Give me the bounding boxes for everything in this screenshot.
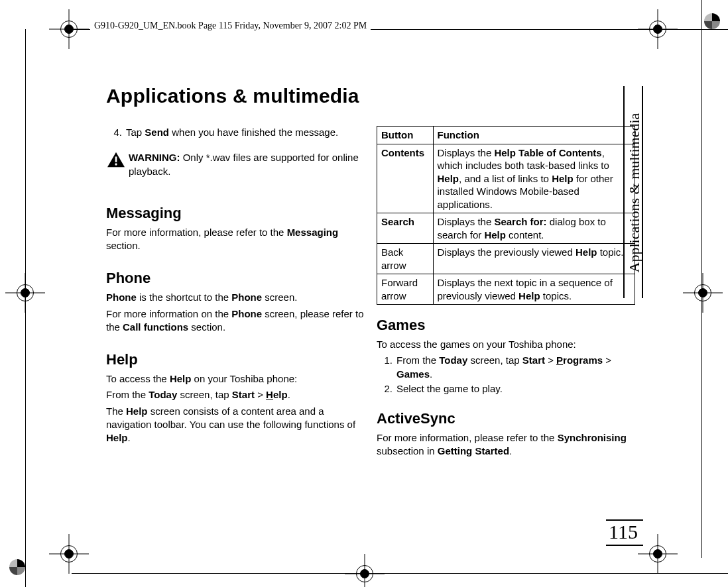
color-registration-icon <box>703 12 721 30</box>
step-number: 1. <box>377 354 396 381</box>
warning-block: WARNING: Only *.wav files are supported … <box>106 151 365 178</box>
games-intro: To access the games on your Toshiba phon… <box>377 338 635 351</box>
crop-line-bottom <box>72 573 728 574</box>
book-header-label: G910-G920_UM_EN.book Page 115 Friday, No… <box>90 21 371 31</box>
table-row: Back arrow Displays the previously viewe… <box>377 244 635 274</box>
table-header-function: Function <box>433 127 635 144</box>
heading-phone: Phone <box>106 270 365 287</box>
right-column: Button Function Contents Displays the He… <box>377 126 635 461</box>
heading-help: Help <box>106 351 365 368</box>
step-number: 2. <box>377 382 396 396</box>
heading-messaging: Messaging <box>106 205 365 222</box>
warning-icon <box>106 151 129 172</box>
table-header-button: Button <box>377 127 434 144</box>
color-registration-icon <box>8 558 27 576</box>
registration-mark-icon <box>694 284 712 302</box>
help-paragraph-1: To access the Help on your Toshiba phone… <box>106 372 365 386</box>
left-column: 4. Tap Send when you have finished the m… <box>106 126 365 461</box>
crop-line-left <box>25 29 26 587</box>
heading-games: Games <box>377 317 635 334</box>
phone-paragraph-2: For more information on the Phone screen… <box>106 307 365 335</box>
crop-line-right <box>701 0 702 558</box>
phone-paragraph-1: Phone is the shortcut to the Phone scree… <box>106 291 365 304</box>
messaging-paragraph: For more information, please refer to th… <box>106 226 365 253</box>
step-4: 4. Tap Send when you have finished the m… <box>106 126 365 139</box>
step-number: 4. <box>106 126 126 139</box>
help-paragraph-3: The Help screen consists of a content ar… <box>106 405 365 445</box>
page-content: Applications & multimedia 4. Tap Send wh… <box>106 85 637 549</box>
games-step-1: 1. From the Today screen, tap Start > Pr… <box>377 354 635 381</box>
step-body: From the Today screen, tap Start > Progr… <box>396 354 635 381</box>
table-row: Contents Displays the Help Table of Cont… <box>377 144 635 213</box>
heading-activesync: ActiveSync <box>377 410 635 427</box>
registration-mark-icon <box>355 564 374 583</box>
svg-rect-0 <box>115 157 117 162</box>
page-title: Applications & multimedia <box>106 85 637 107</box>
table-row: Search Displays the Search for: dialog b… <box>377 213 635 244</box>
step-body: Tap Send when you have finished the mess… <box>126 126 365 139</box>
activesync-paragraph: For more information, please refer to th… <box>377 431 635 458</box>
help-functions-table: Button Function Contents Displays the He… <box>377 126 635 305</box>
warning-text: WARNING: Only *.wav files are supported … <box>129 151 365 178</box>
games-step-2: 2. Select the game to play. <box>377 382 635 396</box>
registration-mark-icon <box>648 545 667 563</box>
help-paragraph-2: From the Today screen, tap Start > Help. <box>106 388 365 401</box>
table-row: Forward arrow Displays the next topic in… <box>377 274 635 305</box>
svg-point-1 <box>115 164 117 166</box>
registration-mark-icon <box>60 545 78 563</box>
step-body: Select the game to play. <box>396 382 635 396</box>
